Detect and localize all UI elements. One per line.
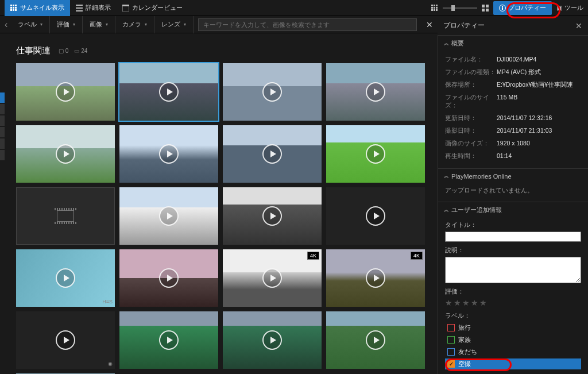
filter-lens[interactable]: レンズ▾ [154,16,194,33]
top-toolbar: サムネイル表示 詳細表示 カレンダービュー プロパティー ▣ ツール [0,0,588,16]
calendar-view-label: カレンダービュー [132,3,183,12]
calendar-view-button[interactable]: カレンダービュー [117,0,188,16]
svg-rect-29 [502,6,503,7]
section-overview[interactable]: ︽ 概要 [438,35,588,51]
thumbnail-view-label: サムネイル表示 [20,3,64,12]
section-playmemories[interactable]: ︽ PlayMemories Online [438,168,588,183]
play-icon [262,330,282,350]
upload-status: アップロードされていません。 [438,183,588,202]
svg-rect-4 [13,7,14,9]
svg-rect-10 [76,7,83,9]
svg-rect-24 [486,5,489,7]
sidebar-strip-item[interactable] [0,104,5,114]
sidebar-strip-item[interactable] [0,127,5,137]
property-panel-title: プロパティー [443,21,485,30]
rating-stars[interactable]: ★★★★★ [445,298,581,307]
video-thumbnail[interactable] [119,63,218,121]
film-icon [57,210,74,222]
video-thumbnail[interactable] [16,125,115,183]
play-icon [262,206,282,226]
svg-rect-5 [15,7,17,9]
svg-rect-1 [13,5,14,6]
thumbnail-view-button[interactable]: サムネイル表示 [5,0,70,16]
video-count: ▭ 24 [74,48,87,54]
tools-button[interactable]: ▣ ツール [556,3,583,12]
video-thumbnail[interactable] [119,249,218,307]
video-thumbnail[interactable] [223,63,322,121]
svg-rect-21 [434,9,435,11]
play-icon [262,82,282,102]
video-thumbnail[interactable] [119,187,218,245]
label-family[interactable]: 家族 [445,334,581,345]
video-thumbnail[interactable] [223,125,322,183]
video-thumbnail-placeholder[interactable] [16,187,115,245]
sidebar-strip [0,35,5,374]
video-thumbnail[interactable] [16,63,115,121]
checkbox-icon [447,348,455,356]
label-friends[interactable]: 友だち [445,346,581,357]
video-thumbnail[interactable] [223,311,322,369]
video-thumbnail[interactable]: H≡S [16,249,115,307]
chevron-up-icon: ︽ [444,40,449,47]
label-aerial[interactable]: ✓空撮 [445,358,581,369]
sidebar-strip-item[interactable] [0,92,5,103]
detail-view-button[interactable]: 詳細表示 [70,0,117,16]
play-icon [159,268,179,288]
sidebar-strip-item[interactable] [0,138,5,149]
play-icon [56,144,75,164]
labels-field-label: ラベル： [445,312,581,320]
property-button[interactable]: プロパティー [493,1,552,15]
filter-rating[interactable]: 評価▾ [50,16,83,33]
description-input[interactable] [445,257,581,283]
video-thumbnail[interactable]: 4K [223,249,322,307]
clear-search-button[interactable]: ✕ [421,20,438,29]
play-icon [56,82,75,102]
play-icon [159,144,179,164]
svg-rect-26 [486,9,489,11]
svg-rect-14 [431,5,433,6]
video-thumbnail[interactable]: 4K [326,249,425,307]
play-icon [366,206,385,226]
play-icon [366,330,385,350]
label-travel[interactable]: 旅行 [445,322,581,333]
list-icon [76,5,83,11]
checkbox-icon [447,324,455,331]
section-userinfo[interactable]: ︽ ユーザー追加情報 [438,202,588,218]
zoom-slider[interactable] [443,7,477,9]
svg-rect-23 [482,5,485,7]
video-thumbnail[interactable] [119,311,218,369]
filter-image[interactable]: 画像▾ [83,16,115,33]
video-thumbnail[interactable] [223,187,322,245]
chevron-down-icon: ▾ [106,22,108,27]
large-grid-icon[interactable] [482,5,489,11]
play-icon [56,268,75,288]
video-thumbnail[interactable] [326,125,425,183]
checkbox-icon [447,336,455,344]
video-thumbnail[interactable]: ◉ [16,311,115,369]
add-label-button[interactable]: +ラベルの追加 [445,372,581,374]
video-thumbnail[interactable] [119,125,218,183]
search-input[interactable] [198,18,417,31]
title-input[interactable] [445,232,581,242]
grid-size-icon[interactable] [431,5,438,11]
prop-val-dimensions: 1920 x 1080 [497,140,583,148]
video-thumbnail[interactable] [326,187,425,245]
filter-camera[interactable]: カメラ▾ [115,16,154,33]
property-label: プロパティー [508,3,546,12]
chevron-down-icon: ▾ [40,22,42,27]
svg-rect-16 [436,5,438,6]
sidebar-strip-item[interactable] [0,115,5,126]
play-icon [56,330,75,350]
svg-rect-18 [434,7,435,9]
back-icon[interactable]: ‹ [5,20,11,30]
video-thumbnail[interactable] [326,311,425,369]
video-thumbnail[interactable] [326,63,425,121]
play-icon [366,268,385,288]
close-panel-button[interactable]: ✕ [575,21,582,30]
sidebar-strip-item[interactable] [0,150,5,160]
svg-rect-12 [122,6,129,11]
svg-rect-19 [436,7,438,9]
svg-rect-28 [502,7,503,10]
prop-key-shotdate: 撮影日時： [445,127,497,135]
filter-label[interactable]: ラベル▾ [11,16,50,33]
